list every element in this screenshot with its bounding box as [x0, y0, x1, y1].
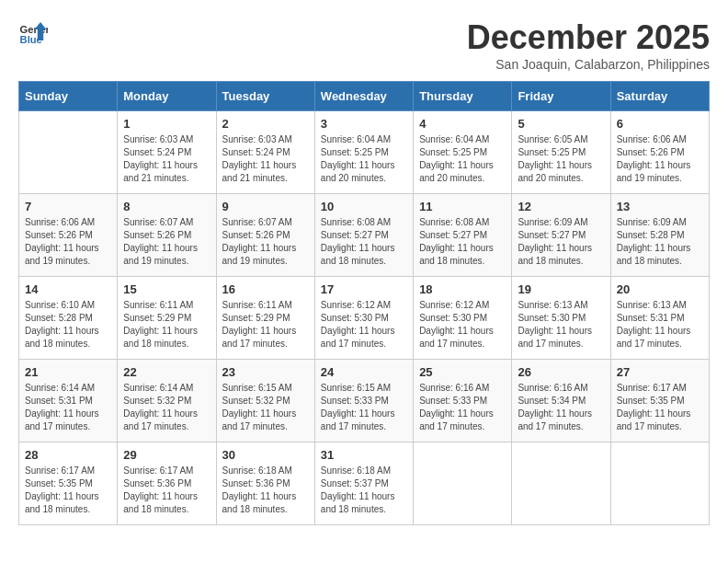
weekday-header-cell: Tuesday	[216, 82, 314, 111]
day-number: 9	[222, 200, 309, 213]
day-info: Sunrise: 6:06 AMSunset: 5:26 PMDaylight:…	[25, 216, 111, 268]
calendar-day-cell	[19, 111, 118, 194]
weekday-header-cell: Monday	[118, 82, 216, 111]
calendar-day-cell: 10Sunrise: 6:08 AMSunset: 5:27 PMDayligh…	[314, 194, 413, 277]
calendar-day-cell: 26Sunrise: 6:16 AMSunset: 5:34 PMDayligh…	[512, 360, 610, 442]
weekday-header-cell: Thursday	[414, 82, 512, 111]
day-info: Sunrise: 6:16 AMSunset: 5:34 PMDaylight:…	[518, 382, 604, 433]
calendar-day-cell: 25Sunrise: 6:16 AMSunset: 5:33 PMDayligh…	[414, 360, 512, 442]
calendar-day-cell: 30Sunrise: 6:18 AMSunset: 5:36 PMDayligh…	[216, 442, 314, 525]
day-number: 12	[518, 200, 604, 213]
day-info: Sunrise: 6:13 AMSunset: 5:30 PMDaylight:…	[518, 299, 604, 350]
calendar-body: 1Sunrise: 6:03 AMSunset: 5:24 PMDaylight…	[19, 111, 710, 525]
day-info: Sunrise: 6:09 AMSunset: 5:28 PMDaylight:…	[617, 216, 703, 268]
day-number: 22	[123, 365, 210, 379]
calendar-day-cell	[610, 442, 709, 525]
day-number: 7	[25, 200, 111, 213]
day-info: Sunrise: 6:06 AMSunset: 5:26 PMDaylight:…	[617, 133, 703, 185]
calendar-day-cell: 29Sunrise: 6:17 AMSunset: 5:36 PMDayligh…	[118, 442, 216, 525]
location-title: San Joaquin, Calabarzon, Philippines	[467, 57, 710, 72]
day-info: Sunrise: 6:18 AMSunset: 5:36 PMDaylight:…	[222, 465, 309, 516]
day-number: 2	[222, 117, 309, 131]
day-info: Sunrise: 6:08 AMSunset: 5:27 PMDaylight:…	[321, 216, 407, 268]
calendar-day-cell: 13Sunrise: 6:09 AMSunset: 5:28 PMDayligh…	[610, 194, 709, 277]
day-number: 23	[222, 365, 309, 379]
weekday-header-cell: Wednesday	[314, 82, 413, 111]
day-number: 16	[222, 282, 309, 296]
calendar-day-cell: 14Sunrise: 6:10 AMSunset: 5:28 PMDayligh…	[19, 277, 118, 360]
day-info: Sunrise: 6:03 AMSunset: 5:24 PMDaylight:…	[222, 133, 309, 185]
day-number: 26	[518, 365, 604, 379]
day-number: 13	[617, 200, 703, 213]
day-info: Sunrise: 6:12 AMSunset: 5:30 PMDaylight:…	[419, 299, 506, 350]
day-number: 17	[321, 282, 407, 296]
day-number: 8	[123, 200, 210, 213]
calendar-day-cell	[512, 442, 610, 525]
calendar-week-row: 1Sunrise: 6:03 AMSunset: 5:24 PMDaylight…	[19, 111, 710, 194]
calendar-day-cell: 6Sunrise: 6:06 AMSunset: 5:26 PMDaylight…	[610, 111, 709, 194]
day-number: 3	[321, 117, 407, 131]
calendar-day-cell: 11Sunrise: 6:08 AMSunset: 5:27 PMDayligh…	[414, 194, 512, 277]
calendar-day-cell: 17Sunrise: 6:12 AMSunset: 5:30 PMDayligh…	[314, 277, 413, 360]
calendar-day-cell: 4Sunrise: 6:04 AMSunset: 5:25 PMDaylight…	[414, 111, 512, 194]
day-number: 5	[518, 117, 604, 131]
weekday-header-cell: Saturday	[610, 82, 709, 111]
calendar-day-cell: 23Sunrise: 6:15 AMSunset: 5:32 PMDayligh…	[216, 360, 314, 442]
month-title: December 2025	[467, 18, 710, 57]
day-number: 20	[617, 282, 703, 296]
day-info: Sunrise: 6:07 AMSunset: 5:26 PMDaylight:…	[222, 216, 309, 268]
day-info: Sunrise: 6:11 AMSunset: 5:29 PMDaylight:…	[123, 299, 210, 350]
day-info: Sunrise: 6:08 AMSunset: 5:27 PMDaylight:…	[419, 216, 506, 268]
day-info: Sunrise: 6:07 AMSunset: 5:26 PMDaylight:…	[123, 216, 210, 268]
day-number: 1	[123, 117, 210, 131]
day-info: Sunrise: 6:18 AMSunset: 5:37 PMDaylight:…	[321, 465, 407, 516]
calendar-day-cell: 27Sunrise: 6:17 AMSunset: 5:35 PMDayligh…	[610, 360, 709, 442]
day-number: 24	[321, 365, 407, 379]
day-info: Sunrise: 6:04 AMSunset: 5:25 PMDaylight:…	[321, 133, 407, 185]
calendar-day-cell: 2Sunrise: 6:03 AMSunset: 5:24 PMDaylight…	[216, 111, 314, 194]
calendar-day-cell: 3Sunrise: 6:04 AMSunset: 5:25 PMDaylight…	[314, 111, 413, 194]
calendar-day-cell: 7Sunrise: 6:06 AMSunset: 5:26 PMDaylight…	[19, 194, 118, 277]
calendar-day-cell: 20Sunrise: 6:13 AMSunset: 5:31 PMDayligh…	[610, 277, 709, 360]
weekday-header-row: SundayMondayTuesdayWednesdayThursdayFrid…	[19, 82, 710, 111]
calendar-day-cell: 24Sunrise: 6:15 AMSunset: 5:33 PMDayligh…	[314, 360, 413, 442]
day-number: 30	[222, 448, 309, 462]
day-number: 29	[123, 448, 210, 462]
day-info: Sunrise: 6:15 AMSunset: 5:33 PMDaylight:…	[321, 382, 407, 433]
title-section: December 2025 San Joaquin, Calabarzon, P…	[467, 18, 710, 72]
day-number: 14	[25, 282, 111, 296]
day-info: Sunrise: 6:14 AMSunset: 5:31 PMDaylight:…	[25, 382, 111, 433]
weekday-header-cell: Friday	[512, 82, 610, 111]
day-info: Sunrise: 6:17 AMSunset: 5:35 PMDaylight:…	[25, 465, 111, 516]
calendar-day-cell: 22Sunrise: 6:14 AMSunset: 5:32 PMDayligh…	[118, 360, 216, 442]
calendar-table: SundayMondayTuesdayWednesdayThursdayFrid…	[18, 81, 710, 525]
logo-icon: General Blue	[18, 18, 48, 48]
weekday-header-cell: Sunday	[19, 82, 118, 111]
day-info: Sunrise: 6:12 AMSunset: 5:30 PMDaylight:…	[321, 299, 407, 350]
calendar-week-row: 7Sunrise: 6:06 AMSunset: 5:26 PMDaylight…	[19, 194, 710, 277]
calendar-day-cell: 18Sunrise: 6:12 AMSunset: 5:30 PMDayligh…	[414, 277, 512, 360]
day-number: 6	[617, 117, 703, 131]
day-info: Sunrise: 6:15 AMSunset: 5:32 PMDaylight:…	[222, 382, 309, 433]
page-header: General Blue December 2025 San Joaquin, …	[18, 18, 710, 72]
day-info: Sunrise: 6:11 AMSunset: 5:29 PMDaylight:…	[222, 299, 309, 350]
calendar-day-cell: 28Sunrise: 6:17 AMSunset: 5:35 PMDayligh…	[19, 442, 118, 525]
day-number: 18	[419, 282, 506, 296]
day-number: 31	[321, 448, 407, 462]
calendar-week-row: 14Sunrise: 6:10 AMSunset: 5:28 PMDayligh…	[19, 277, 710, 360]
calendar-day-cell: 8Sunrise: 6:07 AMSunset: 5:26 PMDaylight…	[118, 194, 216, 277]
day-info: Sunrise: 6:17 AMSunset: 5:36 PMDaylight:…	[123, 465, 210, 516]
calendar-day-cell: 31Sunrise: 6:18 AMSunset: 5:37 PMDayligh…	[314, 442, 413, 525]
day-number: 10	[321, 200, 407, 213]
calendar-day-cell: 15Sunrise: 6:11 AMSunset: 5:29 PMDayligh…	[118, 277, 216, 360]
day-number: 28	[25, 448, 111, 462]
day-info: Sunrise: 6:10 AMSunset: 5:28 PMDaylight:…	[25, 299, 111, 350]
calendar-day-cell: 12Sunrise: 6:09 AMSunset: 5:27 PMDayligh…	[512, 194, 610, 277]
calendar-week-row: 28Sunrise: 6:17 AMSunset: 5:35 PMDayligh…	[19, 442, 710, 525]
day-number: 4	[419, 117, 506, 131]
day-info: Sunrise: 6:03 AMSunset: 5:24 PMDaylight:…	[123, 133, 210, 185]
logo: General Blue	[18, 18, 48, 48]
day-info: Sunrise: 6:09 AMSunset: 5:27 PMDaylight:…	[518, 216, 604, 268]
calendar-day-cell: 5Sunrise: 6:05 AMSunset: 5:25 PMDaylight…	[512, 111, 610, 194]
calendar-day-cell: 1Sunrise: 6:03 AMSunset: 5:24 PMDaylight…	[118, 111, 216, 194]
